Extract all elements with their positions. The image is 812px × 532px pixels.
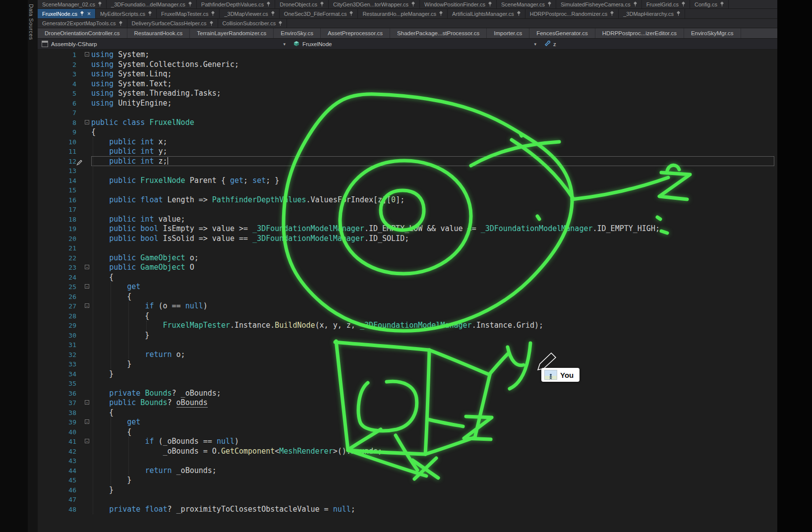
code-text[interactable]: [91, 495, 777, 505]
chevron-down-icon[interactable]: ▾: [283, 42, 286, 47]
pin-icon[interactable]: [488, 1, 492, 7]
pin-icon[interactable]: [439, 11, 443, 16]
pin-icon[interactable]: [148, 11, 152, 16]
document-tab[interactable]: HDRPPostproc...izerEditor.cs: [595, 28, 684, 38]
project-dropdown[interactable]: Assembly-CSharp ▾: [38, 39, 290, 49]
document-tab[interactable]: EnviroSkyMgr.cs: [684, 28, 741, 38]
document-tab[interactable]: EnviroSky.cs: [274, 28, 321, 38]
member-dropdown[interactable]: z: [540, 39, 777, 49]
document-tab[interactable]: ArtificialLightsManager.cs: [448, 9, 525, 18]
fold-collapse-icon[interactable]: -: [85, 52, 89, 57]
code-text[interactable]: get: [91, 282, 777, 292]
code-text[interactable]: [91, 108, 777, 118]
document-tab[interactable]: CollisionSubscriber.cs: [218, 19, 288, 28]
code-text[interactable]: {: [91, 292, 777, 302]
fold-collapse-icon[interactable]: -: [85, 120, 89, 124]
code-editor[interactable]: 1-using System;2using System.Collections…: [38, 50, 777, 532]
code-text[interactable]: [91, 205, 777, 215]
code-text[interactable]: using System.Collections.Generic;: [91, 60, 777, 70]
pin-icon[interactable]: [633, 1, 637, 7]
code-text[interactable]: }: [91, 359, 777, 369]
code-text[interactable]: public bool IsEmpty => value >= _3DFound…: [91, 224, 777, 234]
code-text[interactable]: public int x;: [91, 137, 777, 147]
document-tab[interactable]: ShaderPackage...stProcessor.cs: [390, 28, 487, 38]
code-text[interactable]: private Bounds? _oBounds;: [91, 389, 777, 399]
document-tab[interactable]: MyEditorScripts.cs: [96, 9, 157, 18]
pin-icon[interactable]: [547, 1, 551, 7]
code-text[interactable]: using System.Threading.Tasks;: [91, 89, 777, 99]
close-icon[interactable]: ×: [87, 11, 91, 17]
pin-icon[interactable]: [80, 11, 84, 16]
code-text[interactable]: FruxelMapTester.Instance.BuildNode(x, y,…: [91, 321, 777, 331]
pin-icon[interactable]: [411, 1, 415, 7]
code-text[interactable]: {: [91, 273, 777, 283]
pin-icon[interactable]: [271, 11, 275, 16]
code-text[interactable]: {: [91, 427, 777, 437]
code-text[interactable]: public GameObject O: [91, 263, 777, 273]
document-tab[interactable]: SceneManager.cs: [497, 0, 556, 8]
pin-icon[interactable]: [320, 1, 324, 7]
data-sources-side-tab[interactable]: Data Sources: [28, 4, 34, 40]
chevron-down-icon[interactable]: ▾: [534, 42, 536, 47]
document-tab[interactable]: Generator2ExportMapTools.cs: [38, 19, 127, 28]
code-text[interactable]: {: [91, 127, 777, 137]
code-text[interactable]: [91, 185, 777, 195]
code-text[interactable]: return o;: [91, 350, 777, 360]
document-tab[interactable]: DeliverySurfaceClassHelper.cs: [127, 19, 218, 28]
code-text[interactable]: public GameObject o;: [91, 253, 777, 263]
code-text[interactable]: return _oBounds;: [91, 466, 777, 476]
code-text[interactable]: using UnityEngine;: [91, 99, 777, 109]
document-tab[interactable]: PathfinderDepthValues.cs: [197, 0, 275, 8]
code-text[interactable]: if (o == null): [91, 301, 777, 311]
pin-icon[interactable]: [211, 11, 215, 16]
pin-icon[interactable]: [349, 11, 353, 16]
pin-icon[interactable]: [266, 1, 270, 7]
pin-icon[interactable]: [720, 1, 724, 7]
code-text[interactable]: {: [91, 311, 777, 321]
code-text[interactable]: get: [91, 417, 777, 427]
code-text[interactable]: using System.Linq;: [91, 69, 777, 79]
document-tab[interactable]: WindowPositionFinder.cs: [420, 0, 497, 8]
code-text[interactable]: _oBounds = O.GetComponent<MeshRenderer>(…: [91, 447, 777, 457]
document-tab[interactable]: DroneObject.cs: [275, 0, 329, 8]
document-tab[interactable]: AssetPreprocessor.cs: [321, 28, 390, 38]
pin-icon[interactable]: [278, 21, 282, 26]
pin-icon[interactable]: [209, 21, 213, 26]
fold-collapse-icon[interactable]: -: [85, 303, 89, 308]
document-tab[interactable]: FencesGenerator.cs: [529, 28, 595, 38]
document-tab[interactable]: _3DMapHierarchy.cs: [619, 9, 685, 18]
code-text[interactable]: using System.Text;: [91, 79, 777, 89]
code-text[interactable]: if (_oBounds == null): [91, 437, 777, 447]
pin-icon[interactable]: [118, 21, 122, 26]
document-tab[interactable]: SceneManager_02.cs: [38, 0, 107, 8]
pin-icon[interactable]: [610, 11, 614, 16]
document-tab[interactable]: SimulatedFisheyeCamera.cs: [556, 0, 642, 8]
pin-icon[interactable]: [676, 11, 680, 16]
pin-icon[interactable]: [188, 1, 192, 7]
pin-icon[interactable]: [681, 1, 685, 7]
code-text[interactable]: [91, 166, 777, 176]
document-tab[interactable]: TerrainLayerRandomizer.cs: [190, 28, 274, 38]
document-tab[interactable]: Importer.cs: [487, 28, 529, 38]
code-text[interactable]: [91, 379, 777, 389]
code-text[interactable]: public int y;: [91, 147, 777, 157]
document-tab[interactable]: FruxelMapTester.cs: [157, 9, 220, 18]
document-tab[interactable]: FruxelGrid.cs: [642, 0, 690, 8]
code-text[interactable]: }: [91, 485, 777, 495]
code-text[interactable]: public float Length => PathfinderDepthVa…: [91, 195, 777, 205]
code-text[interactable]: {: [91, 408, 777, 418]
code-text[interactable]: }: [91, 475, 777, 485]
code-text[interactable]: }: [91, 331, 777, 341]
code-text[interactable]: public Bounds? oBounds: [91, 398, 777, 408]
fold-collapse-icon[interactable]: -: [85, 265, 89, 269]
code-text[interactable]: [91, 456, 777, 466]
code-text[interactable]: using System;: [91, 50, 777, 60]
code-text[interactable]: public bool IsSolid => value == _3DFound…: [91, 234, 777, 244]
fold-collapse-icon[interactable]: -: [85, 439, 89, 443]
document-tab[interactable]: RestaurantHook.cs: [127, 28, 190, 38]
code-text[interactable]: }: [91, 369, 777, 379]
document-tab[interactable]: _3DFoundatio...delManager.cs: [107, 0, 197, 8]
document-tab[interactable]: HDRPPostproc...Randomizer.cs: [525, 9, 619, 18]
document-tab[interactable]: _3DMapViewer.cs: [220, 9, 279, 18]
document-tab[interactable]: Config.cs: [690, 0, 729, 8]
